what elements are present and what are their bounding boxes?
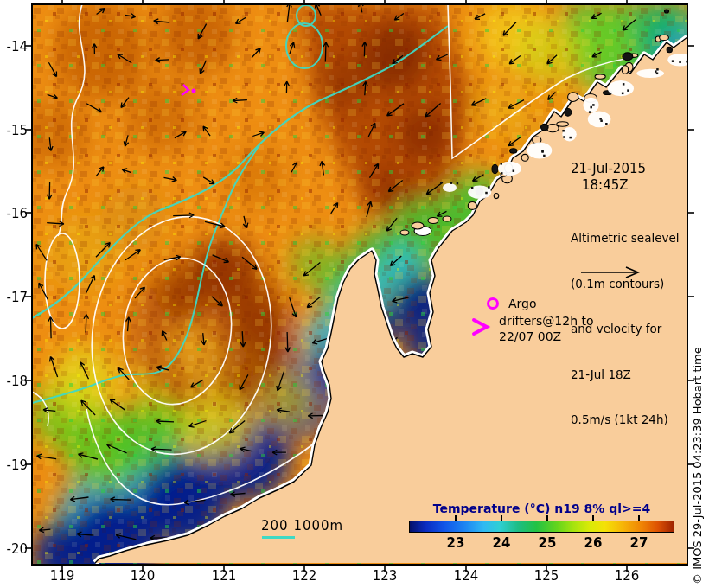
altimetric-note-line: 21-Jul 18Z — [571, 368, 680, 383]
colorbar-tick-label: 24 — [489, 535, 514, 551]
y-axis-label: -20 — [1, 541, 28, 557]
colorbar-tick-label: 23 — [443, 535, 469, 551]
colorbar-title: Temperature (°C) n19 8% ql>=4 — [409, 502, 674, 515]
x-axis-label: 123 — [366, 568, 404, 584]
bathymetry-legend-line — [262, 536, 295, 539]
x-axis-label: 119 — [43, 568, 81, 584]
y-axis-label: -16 — [1, 206, 28, 221]
obs-datetime-line2: 18:45Z — [582, 177, 629, 194]
colorbar — [409, 521, 674, 533]
colorbar-tick-label: 26 — [580, 535, 606, 551]
x-axis-label: 120 — [124, 568, 162, 584]
sst-map-figure: 21-Jul-2015 18:45Z Altimetric sealevel (… — [0, 0, 709, 588]
altimetric-note-line: 0.5m/s (1kt 24h) — [571, 412, 680, 428]
colorbar-tick — [638, 515, 640, 521]
drifters-label-line2: 22/07 00Z — [499, 329, 561, 345]
altimetric-note-line: Altimetric sealevel — [571, 231, 680, 246]
colorbar-tick-label: 25 — [534, 535, 560, 551]
y-axis-label: -19 — [1, 457, 28, 473]
obs-datetime-line1: 21-Jul-2015 — [571, 161, 646, 177]
colorbar-tick — [592, 515, 594, 521]
colorbar-tick — [455, 515, 457, 521]
drifters-label-line1: drifters@12h to — [499, 314, 594, 329]
colorbar-tick — [546, 515, 548, 521]
credit-text: © IMOS 29-Jul-2015 04:23:39 Hobart time — [691, 347, 704, 585]
y-axis-label: -15 — [1, 123, 28, 138]
x-axis-label: 122 — [285, 568, 323, 584]
bathymetry-legend-label: 200 1000m — [261, 518, 343, 534]
y-axis-label: -18 — [1, 374, 28, 389]
y-axis-label: -17 — [1, 290, 28, 305]
x-axis-label: 126 — [608, 568, 646, 584]
x-axis-label: 125 — [527, 568, 565, 584]
argo-label: Argo — [508, 297, 537, 312]
altimetric-note-line: (0.1m contours) — [571, 277, 680, 292]
y-axis-label: -14 — [1, 39, 28, 54]
colorbar-tick — [501, 515, 502, 521]
altimetric-note: Altimetric sealevel (0.1m contours) and … — [571, 201, 680, 458]
x-axis-label: 124 — [447, 568, 485, 584]
colorbar-tick-label: 27 — [626, 535, 652, 551]
x-axis-label: 121 — [205, 568, 243, 584]
